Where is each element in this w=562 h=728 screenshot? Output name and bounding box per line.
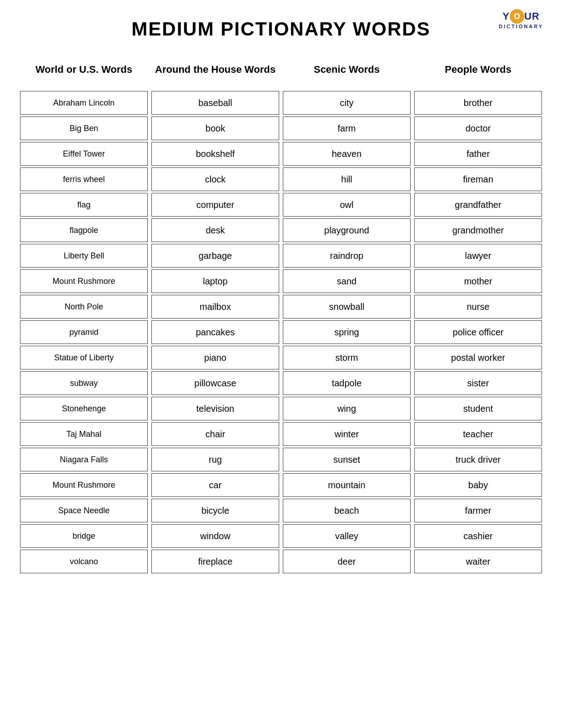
- word-cell: chair: [151, 422, 279, 446]
- word-cell: garbage: [151, 244, 279, 268]
- word-cell: raindrop: [283, 244, 411, 268]
- word-cell: mountain: [283, 473, 411, 497]
- column-0: World or U.S. WordsAbraham LincolnBig Be…: [18, 54, 150, 574]
- word-cell: teacher: [414, 422, 542, 446]
- word-cell: pillowcase: [151, 371, 279, 395]
- word-cell: sister: [414, 371, 542, 395]
- word-cell: Mount Rushmore: [20, 473, 148, 497]
- word-cell: Taj Mahal: [20, 422, 148, 446]
- word-cell: piano: [151, 346, 279, 369]
- word-cell: father: [414, 142, 542, 166]
- word-cell: hill: [283, 167, 411, 191]
- col-header-3: People Words: [412, 54, 544, 86]
- word-cell: deer: [283, 550, 411, 573]
- col-header-2: Scenic Words: [281, 54, 412, 86]
- word-cell: Space Needle: [20, 499, 148, 522]
- word-cell: student: [414, 397, 542, 420]
- word-cell: subway: [20, 371, 148, 395]
- word-cell: winter: [283, 422, 411, 446]
- word-cell: farm: [283, 116, 411, 140]
- word-cell: car: [151, 473, 279, 497]
- word-cell: bookshelf: [151, 142, 279, 166]
- word-cell: sunset: [283, 448, 411, 471]
- word-cell: Niagara Falls: [20, 448, 148, 471]
- word-cell: spring: [283, 320, 411, 344]
- word-cell: flag: [20, 193, 148, 217]
- word-cell: Statue of Liberty: [20, 346, 148, 369]
- word-cell: Big Ben: [20, 116, 148, 140]
- word-cell: baby: [414, 473, 542, 497]
- logo-circle: O: [510, 9, 524, 24]
- word-cell: snowball: [283, 295, 411, 318]
- word-cell: volcano: [20, 550, 148, 573]
- logo-ur: UR: [524, 10, 540, 22]
- word-cell: mother: [414, 269, 542, 293]
- word-cell: cashier: [414, 524, 542, 548]
- word-cell: nurse: [414, 295, 542, 318]
- word-cell: sand: [283, 269, 411, 293]
- logo-y: Y: [502, 10, 510, 22]
- word-cell: fireman: [414, 167, 542, 191]
- word-cell: waiter: [414, 550, 542, 573]
- word-cell: postal worker: [414, 346, 542, 369]
- word-cell: mailbox: [151, 295, 279, 318]
- word-cell: playground: [283, 218, 411, 242]
- word-cell: wing: [283, 397, 411, 420]
- word-cell: police officer: [414, 320, 542, 344]
- column-2: Scenic Wordscityfarmheavenhillowlplaygro…: [281, 54, 412, 574]
- word-cell: television: [151, 397, 279, 420]
- column-3: People Wordsbrotherdoctorfatherfiremangr…: [412, 54, 544, 574]
- word-cell: baseball: [151, 91, 279, 115]
- page-title: MEDIUM PICTIONARY WORDS: [18, 18, 544, 40]
- word-cell: storm: [283, 346, 411, 369]
- word-cell: laptop: [151, 269, 279, 293]
- word-cell: Mount Rushmore: [20, 269, 148, 293]
- word-cell: tadpole: [283, 371, 411, 395]
- word-cell: flagpole: [20, 218, 148, 242]
- word-cell: fireplace: [151, 550, 279, 573]
- word-cell: computer: [151, 193, 279, 217]
- logo: Y O UR: [498, 9, 544, 24]
- word-cell: desk: [151, 218, 279, 242]
- logo-sub: DICTIONARY: [498, 24, 544, 29]
- word-cell: brother: [414, 91, 542, 115]
- word-cell: ferris wheel: [20, 167, 148, 191]
- word-cell: lawyer: [414, 244, 542, 268]
- word-cell: Eiffel Tower: [20, 142, 148, 166]
- word-columns: World or U.S. WordsAbraham LincolnBig Be…: [18, 54, 544, 574]
- word-cell: Abraham Lincoln: [20, 91, 148, 115]
- word-cell: city: [283, 91, 411, 115]
- word-cell: window: [151, 524, 279, 548]
- word-cell: grandmother: [414, 218, 542, 242]
- col-header-1: Around the House Words: [150, 54, 281, 86]
- word-cell: North Pole: [20, 295, 148, 318]
- word-cell: rug: [151, 448, 279, 471]
- word-cell: bridge: [20, 524, 148, 548]
- word-cell: grandfather: [414, 193, 542, 217]
- word-cell: Stonehenge: [20, 397, 148, 420]
- column-1: Around the House Wordsbaseballbookbooksh…: [150, 54, 281, 574]
- word-cell: doctor: [414, 116, 542, 140]
- col-header-0: World or U.S. Words: [18, 54, 150, 86]
- word-cell: owl: [283, 193, 411, 217]
- word-cell: pyramid: [20, 320, 148, 344]
- word-cell: truck driver: [414, 448, 542, 471]
- word-cell: beach: [283, 499, 411, 522]
- word-cell: heaven: [283, 142, 411, 166]
- word-cell: valley: [283, 524, 411, 548]
- word-cell: pancakes: [151, 320, 279, 344]
- word-cell: bicycle: [151, 499, 279, 522]
- word-cell: Liberty Bell: [20, 244, 148, 268]
- word-cell: farmer: [414, 499, 542, 522]
- word-cell: book: [151, 116, 279, 140]
- word-cell: clock: [151, 167, 279, 191]
